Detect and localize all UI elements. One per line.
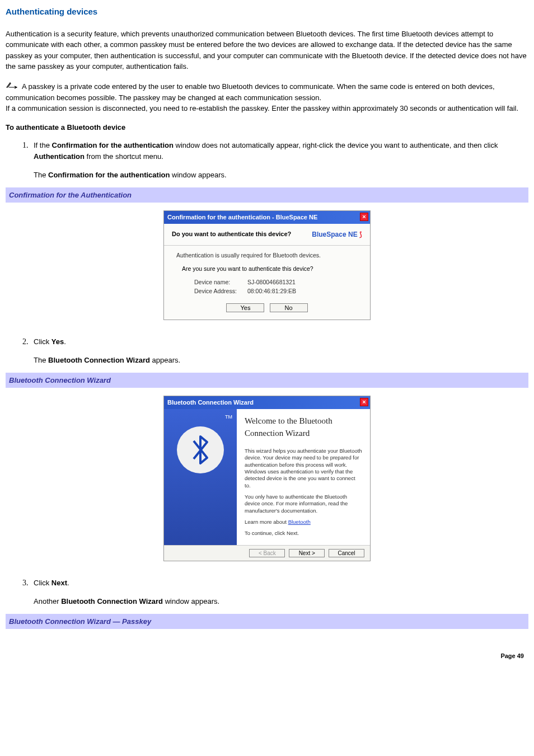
- procedure-heading: To authenticate a Bluetooth device: [6, 122, 528, 133]
- next-button[interactable]: Next >: [289, 549, 325, 557]
- wizard-dialog: Bluetooth Connection Wizard × TM Welcome…: [163, 396, 371, 561]
- page-title: Authenticating devices: [6, 6, 528, 18]
- wizard-heading: Welcome to the Bluetooth Connection Wiza…: [245, 415, 362, 440]
- device-name-row: Device name:SJ-080046681321: [194, 278, 362, 287]
- dialog-info-1: Authentication is usually required for B…: [176, 251, 362, 260]
- confirmation-dialog: Confirmation for the authentication - Bl…: [163, 210, 371, 320]
- close-icon[interactable]: ×: [360, 398, 368, 406]
- yes-button[interactable]: Yes: [226, 303, 264, 312]
- dialog-titlebar: Confirmation for the authentication - Bl…: [164, 211, 370, 224]
- step-1-result: The Confirmation for the authentication …: [34, 170, 528, 181]
- dialog-title: Confirmation for the authentication - Bl…: [167, 214, 317, 220]
- no-button[interactable]: No: [270, 303, 308, 312]
- trademark-label: TM: [164, 414, 237, 421]
- device-address-row: Device Address:08:00:46:81:29:EB: [194, 287, 362, 296]
- close-icon[interactable]: ×: [360, 213, 368, 221]
- wizard-titlebar: Bluetooth Connection Wizard ×: [164, 396, 370, 409]
- wizard-text-1: This wizard helps you authenticate your …: [245, 448, 362, 489]
- dialog-info-2: Are you sure you want to authenticate th…: [182, 265, 362, 274]
- figure-caption-1: Confirmation for the Authentication: [6, 187, 528, 203]
- note-block: A passkey is a private code entered by t…: [6, 81, 528, 114]
- figure-caption-3: Bluetooth Connection Wizard — Passkey: [6, 614, 528, 630]
- step-3: Click Next. Another Bluetooth Connection…: [30, 577, 528, 607]
- bluetooth-link[interactable]: Bluetooth: [288, 519, 311, 525]
- page-number: Page 49: [6, 651, 528, 661]
- intro-paragraph: Authentication is a security feature, wh…: [6, 29, 528, 72]
- step-2-result: The Bluetooth Connection Wizard appears.: [34, 355, 528, 366]
- brand-label: BlueSpace NE ⟆: [312, 229, 362, 240]
- note-icon: [6, 81, 18, 92]
- step-1: If the Confirmation for the authenticati…: [30, 139, 528, 181]
- step-3-result: Another Bluetooth Connection Wizard wind…: [34, 596, 528, 607]
- wizard-title: Bluetooth Connection Wizard: [167, 399, 254, 406]
- wizard-learn-more: Learn more about Bluetooth: [245, 519, 362, 525]
- wizard-continue: To continue, click Next.: [245, 530, 362, 537]
- step-2: Click Yes. The Bluetooth Connection Wiza…: [30, 336, 528, 366]
- figure-caption-2: Bluetooth Connection Wizard: [6, 373, 528, 388]
- note-text-1: A passkey is a private code entered by t…: [6, 82, 495, 102]
- back-button: < Back: [249, 549, 285, 557]
- wizard-sidebar: TM: [164, 409, 237, 545]
- wizard-text-2: You only have to authenticate the Blueto…: [245, 494, 362, 514]
- note-text-2: If a communication session is disconnect…: [6, 104, 518, 112]
- cancel-button[interactable]: Cancel: [329, 549, 364, 557]
- bluetooth-icon: [177, 426, 224, 473]
